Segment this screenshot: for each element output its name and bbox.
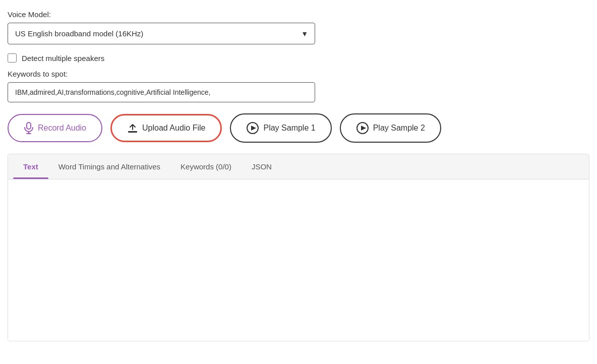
- tab-keywords[interactable]: Keywords (0/0): [170, 154, 242, 179]
- record-audio-label: Record Audio: [38, 124, 86, 133]
- voice-model-select[interactable]: US English broadband model (16KHz) US En…: [8, 23, 315, 44]
- upload-icon: [127, 123, 138, 134]
- detect-speakers-label: Detect multiple speakers: [22, 54, 104, 63]
- tab-json[interactable]: JSON: [242, 154, 282, 179]
- detect-speakers-checkbox[interactable]: [8, 53, 17, 63]
- tab-content-area: [8, 179, 589, 341]
- play-sample1-button[interactable]: Play Sample 1: [230, 113, 331, 143]
- voice-model-label: Voice Model:: [8, 10, 589, 19]
- tabs-header: Text Word Timings and Alternatives Keywo…: [8, 154, 589, 179]
- play-sample2-button[interactable]: Play Sample 2: [340, 113, 441, 143]
- upload-audio-button[interactable]: Upload Audio File: [110, 114, 222, 142]
- keywords-label: Keywords to spot:: [8, 70, 589, 78]
- svg-marker-5: [251, 126, 256, 131]
- svg-rect-3: [128, 131, 137, 133]
- tab-word-timings[interactable]: Word Timings and Alternatives: [48, 154, 170, 179]
- play-circle-icon-2: [356, 122, 369, 135]
- svg-marker-7: [361, 126, 366, 131]
- tabs-container: Text Word Timings and Alternatives Keywo…: [8, 154, 589, 341]
- keywords-input[interactable]: [8, 82, 315, 102]
- tab-text[interactable]: Text: [13, 154, 48, 179]
- buttons-row: Record Audio Upload Audio File Play Samp…: [8, 113, 589, 143]
- keywords-section: Keywords to spot:: [8, 70, 589, 113]
- play-sample2-label: Play Sample 2: [373, 124, 425, 133]
- upload-audio-label: Upload Audio File: [142, 124, 205, 133]
- play-circle-icon-1: [246, 122, 259, 135]
- mic-icon: [24, 122, 34, 134]
- record-audio-button[interactable]: Record Audio: [8, 114, 102, 142]
- play-sample1-label: Play Sample 1: [263, 124, 315, 133]
- voice-model-wrapper: US English broadband model (16KHz) US En…: [8, 23, 315, 44]
- svg-rect-0: [27, 123, 31, 129]
- voice-model-section: Voice Model: US English broadband model …: [8, 10, 589, 44]
- detect-speakers-row: Detect multiple speakers: [8, 53, 589, 63]
